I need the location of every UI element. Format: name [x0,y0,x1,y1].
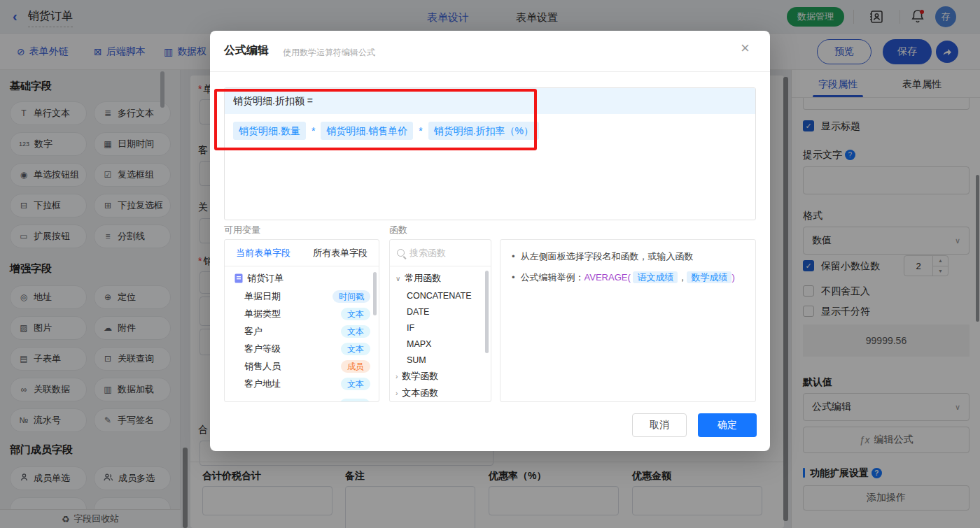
function-item[interactable]: IF [390,320,491,336]
variable-row-partial[interactable] [225,396,379,402]
type-badge: 文本 [341,325,370,338]
close-paren: ) [732,272,734,283]
function-name-example: AVERAGE( [584,272,631,283]
variable-row[interactable]: 单据类型文本 [225,305,379,322]
divider [210,71,770,72]
help-line-1: •从左侧面板选择字段名和函数，或输入函数 [512,250,744,264]
type-badge: 文本 [341,343,370,355]
confirm-button[interactable]: 确定 [698,413,757,437]
variable-row[interactable]: 客户地址文本 [225,375,379,392]
form-root-node[interactable]: 销货订单 [225,269,379,287]
chevron-right-icon: › [396,373,398,380]
chevron-down-icon: ∨ [396,275,400,283]
annotation-red-box [214,89,537,150]
search-icon [397,249,405,257]
type-badge: 文本 [341,378,370,390]
function-group-common[interactable]: ∨ 常用函数 [390,269,491,287]
function-item[interactable]: DATE [390,304,491,320]
function-group-math[interactable]: › 数学函数 [390,368,491,385]
functions-label: 函数 [389,224,407,236]
example-token: 语文成绩 [633,271,678,283]
example-token: 数学成绩 [687,271,732,283]
variable-row[interactable]: 客户文本 [225,322,379,340]
modal-subtitle: 使用数学运算符编辑公式 [283,47,375,59]
variables-scrollbar[interactable] [373,272,377,315]
cancel-button[interactable]: 取消 [632,413,687,437]
document-icon [234,273,243,283]
type-badge: 成员 [341,360,370,373]
function-group-text[interactable]: › 文本函数 [390,385,491,401]
type-badge: 文本 [341,308,370,320]
variable-row[interactable]: 客户等级文本 [225,340,379,357]
close-icon[interactable]: × [741,41,750,56]
function-item[interactable]: MAPX [390,336,491,352]
modal-title: 公式编辑 [224,43,269,58]
variables-panel: 当前表单字段 所有表单字段 销货订单 单据日期时间戳 单据类型文本 客户文本 客… [224,239,379,402]
type-badge [340,399,370,403]
form-root-label: 销货订单 [247,272,284,285]
variables-tabs: 当前表单字段 所有表单字段 [225,240,379,266]
variable-row[interactable]: 销售人员成员 [225,357,379,375]
function-item[interactable]: SUM [390,352,491,368]
function-search[interactable] [390,240,491,266]
chevron-right-icon: › [396,390,398,397]
tab-all-form-fields[interactable]: 所有表单字段 [302,247,379,259]
function-item[interactable]: CONCATENATE [390,287,491,304]
functions-scrollbar[interactable] [485,271,489,353]
type-badge: 时间戳 [332,290,370,303]
form-designer-app: ‹ 销货订单 表单设计 表单设置 数据管理 存 ⊘ 表单外链 [0,0,980,528]
variable-row[interactable]: 单据日期时间戳 [225,287,379,305]
functions-panel: ∨ 常用函数 CONCATENATE DATE IF MAPX SUM › 数学… [389,239,491,402]
variables-label: 可用变量 [224,224,260,236]
function-search-input[interactable] [410,248,474,258]
help-line-2: •公式编辑举例：AVERAGE( 语文成绩，数学成绩) [512,271,744,285]
bullet-icon: • [512,272,515,283]
tab-current-form-fields[interactable]: 当前表单字段 [225,247,302,259]
formula-help-panel: •从左侧面板选择字段名和函数，或输入函数 •公式编辑举例：AVERAGE( 语文… [500,239,756,402]
bullet-icon: • [512,251,515,262]
